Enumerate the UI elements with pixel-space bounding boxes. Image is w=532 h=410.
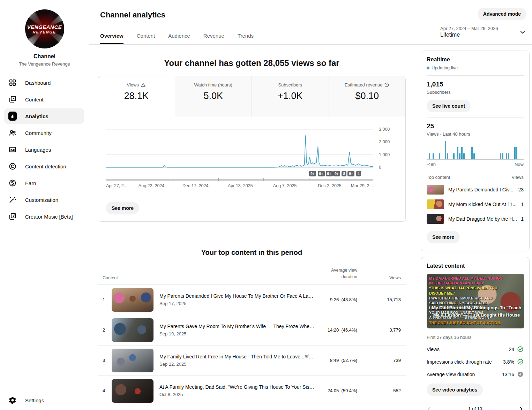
- tab-audience[interactable]: Audience: [168, 29, 190, 44]
- publish-count-badge[interactable]: 9+: [347, 171, 354, 176]
- row-rank: 3: [103, 358, 112, 363]
- realtime-bar: [439, 153, 440, 159]
- metric-tab-watch-time[interactable]: Watch time (hours) 5.0K: [175, 76, 252, 117]
- sidebar-item-label: Creator Music [Beta]: [25, 214, 73, 220]
- sidebar-item-content[interactable]: Content: [0, 91, 89, 108]
- latest-content-card: Latest content MY DAD BURNED ALL MY BELO…: [421, 257, 530, 410]
- tab-overview[interactable]: Overview: [100, 29, 123, 44]
- x-axis-label: Dec 2, 2025: [318, 183, 341, 188]
- tab-revenue[interactable]: Revenue: [203, 29, 224, 44]
- realtime-bar: [433, 153, 434, 159]
- metric-label: Views: [127, 82, 139, 88]
- realtime-bar: [447, 153, 448, 159]
- views-line-chart[interactable]: 3,0002,0001,0000 9+9+9+9+89+4 Apr 27, 2.…: [98, 121, 405, 196]
- x-axis-label: Apr 13, 2025: [228, 183, 253, 188]
- sidebar-item-customization[interactable]: Customization: [0, 191, 89, 208]
- video-title: My Mom Kicked Me Out At 11...: [448, 202, 517, 207]
- video-title[interactable]: My Family Lived Rent-Free in My House - …: [159, 354, 315, 359]
- see-more-button[interactable]: See more: [106, 202, 139, 214]
- sidebar-item-languages[interactable]: Languages: [0, 141, 89, 158]
- publish-count-badge[interactable]: 9+: [326, 171, 333, 176]
- video-title[interactable]: My Parents Demanded I Give My House To M…: [159, 293, 315, 299]
- table-row[interactable]: 3 My Family Lived Rent-Free in My House …: [98, 346, 406, 376]
- channel-name: Channel: [0, 53, 89, 60]
- sidebar-item-community[interactable]: Community: [0, 124, 89, 141]
- list-item[interactable]: My Dad Dragged Me by the H... 1: [427, 214, 524, 224]
- table-row[interactable]: 4 At A Family Meeting, Dad Said, “We’re …: [98, 376, 406, 406]
- video-views: 23: [518, 187, 524, 192]
- video-date: Sep 22, 2025: [159, 362, 315, 367]
- video-thumbnail[interactable]: [112, 379, 153, 403]
- subtitles-icon: [8, 145, 17, 154]
- metric-value: 3.8%: [503, 359, 514, 365]
- realtime-bar: [508, 153, 509, 159]
- sidebar-item-label: Dashboard: [25, 80, 51, 86]
- avatar-text: VENGEANCE REVENGE: [25, 9, 64, 48]
- chart-range-scrollbar[interactable]: [106, 179, 373, 181]
- publish-count-badge[interactable]: 8: [342, 171, 346, 176]
- see-video-analytics-button[interactable]: See video analytics: [427, 384, 483, 396]
- latest-video-thumbnail[interactable]: MY DAD BURNED ALL MY BELONGINGSIN THE BA…: [427, 274, 524, 328]
- list-item[interactable]: My Mom Kicked Me Out At 11... 1: [427, 199, 524, 209]
- video-thumbnail: [427, 185, 444, 195]
- check-circle-icon: [517, 346, 524, 352]
- publish-count-badge[interactable]: 9+: [318, 171, 325, 176]
- content-icon: [8, 95, 17, 104]
- music-note-icon: [8, 212, 17, 221]
- date-range-picker[interactable]: Apr 27, 2024 – Mar 29, 2026 Lifetime: [440, 26, 526, 38]
- publish-count-badge[interactable]: 9+: [333, 171, 340, 176]
- realtime-bar: [502, 153, 503, 159]
- sidebar-item-creator-music[interactable]: Creator Music [Beta]: [0, 208, 89, 225]
- realtime-views-value: 25: [427, 122, 524, 130]
- metric-tab-views[interactable]: Views 28.1K: [98, 76, 175, 117]
- row-rank: 1: [103, 297, 112, 302]
- channel-avatar[interactable]: VENGEANCE REVENGE: [25, 9, 64, 48]
- video-title[interactable]: At A Family Meeting, Dad Said, “We’re Gi…: [159, 384, 315, 390]
- publish-count-badge[interactable]: 4: [356, 171, 361, 176]
- video-title[interactable]: My Parents Gave My Room To My Brother’s …: [159, 324, 315, 329]
- metric-tab-subscribers[interactable]: Subscribers +1.0K: [252, 76, 329, 117]
- realtime-bar: [459, 153, 460, 159]
- x-axis-label: Aug 22, 2024: [138, 183, 164, 188]
- see-live-count-button[interactable]: See live count: [427, 100, 471, 112]
- realtime-bar: [500, 153, 501, 159]
- advanced-mode-button[interactable]: Advanced mode: [478, 8, 526, 20]
- sidebar-item-content-detection[interactable]: Content detection: [0, 158, 89, 175]
- x-axis-label: Apr 27, 2...: [106, 183, 127, 188]
- metric-tab-estimated-revenue[interactable]: Estimated revenue $0.10: [329, 76, 406, 117]
- sidebar-item-dashboard[interactable]: Dashboard: [0, 74, 89, 91]
- list-item[interactable]: My Parents Demanded I Giv... 23: [427, 185, 524, 195]
- metric-row: Views 24: [427, 346, 524, 352]
- table-row[interactable]: 1 My Parents Demanded I Give My House To…: [98, 285, 406, 315]
- avg-view-duration-cell: 9:26 (43.8%): [315, 297, 357, 302]
- video-thumbnail: [427, 214, 444, 224]
- sidebar-item-label: Community: [25, 130, 52, 136]
- sidebar-item-earn[interactable]: Earn: [0, 175, 89, 191]
- right-rail: Realtime Updating live 1,015 Subscribers…: [421, 45, 530, 410]
- x-axis-label: Aug 7, 2025: [273, 183, 297, 188]
- realtime-views-label: Views · Last 48 hours: [427, 131, 524, 137]
- metric-label: Estimated revenue: [345, 82, 382, 88]
- realtime-see-more-button[interactable]: See more: [427, 231, 460, 243]
- video-thumbnail[interactable]: [112, 349, 153, 372]
- sidebar-item-settings[interactable]: Settings: [0, 392, 89, 409]
- tab-trends[interactable]: Trends: [238, 29, 254, 44]
- video-thumbnail[interactable]: [112, 318, 153, 342]
- sidebar-item-analytics[interactable]: Analytics: [0, 108, 89, 124]
- views-column-label: Views: [512, 175, 524, 180]
- y-axis-tick: 1,000: [379, 152, 390, 157]
- metric-row: Average view duration 13:16: [427, 371, 524, 378]
- date-range-text: Apr 27, 2024 – Mar 29, 2026: [440, 26, 516, 31]
- chevron-right-icon[interactable]: [517, 405, 524, 410]
- thumbnail-text-line: IN THE BACKYARD AND SAID:: [429, 281, 499, 286]
- video-title: My Dad Dragged Me by the H...: [448, 216, 517, 222]
- publish-count-badge[interactable]: 9+: [309, 171, 316, 176]
- page-header: Channel analytics Overview Content Audie…: [89, 0, 532, 45]
- tab-content[interactable]: Content: [137, 29, 155, 44]
- video-thumbnail[interactable]: [112, 288, 153, 312]
- chevron-left-icon[interactable]: [426, 405, 433, 410]
- table-row[interactable]: 2 My Parents Gave My Room To My Brother’…: [98, 315, 406, 346]
- live-dot-icon: [427, 67, 429, 69]
- realtime-bar: [457, 147, 458, 159]
- sidebar-item-label: Languages: [25, 147, 51, 153]
